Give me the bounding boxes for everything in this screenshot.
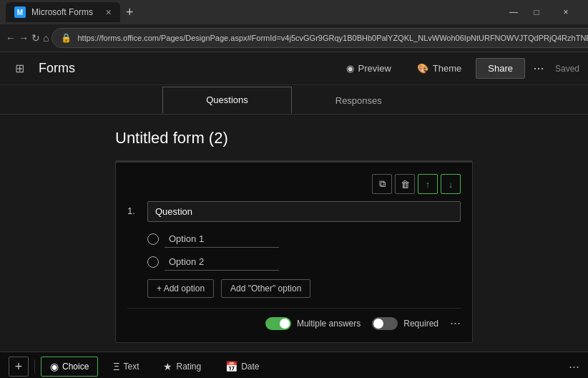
choice-label: Choice (62, 362, 89, 372)
form-title: Untitled form (2) (115, 129, 473, 147)
tab-minimize-button[interactable]: — (504, 2, 524, 22)
add-options-row: + Add option Add "Other" option (147, 279, 461, 298)
text-label: Text (123, 362, 139, 372)
tab-controls: — □ × (504, 2, 582, 22)
choice-icon: ◉ (50, 361, 59, 372)
app-grid-icon[interactable]: ⊞ (9, 58, 30, 79)
card-footer: Multiple answers Required ··· (127, 308, 461, 331)
saved-status: Saved (555, 64, 579, 74)
refresh-button[interactable]: ↻ (31, 28, 40, 48)
move-up-button[interactable]: ↑ (418, 174, 438, 194)
theme-button[interactable]: 🎨 Theme (406, 59, 473, 78)
secure-icon: 🔒 (61, 33, 72, 43)
url-bar[interactable]: 🔒 https://forms.office.com/Pages/DesignP… (52, 28, 588, 48)
multiple-answers-toggle[interactable] (265, 317, 291, 330)
question-number: 1. (127, 201, 140, 216)
delete-button[interactable]: 🗑 (395, 174, 415, 194)
new-tab-button[interactable]: + (120, 5, 139, 20)
content-area: Questions Responses Untitled form (2) ⧉ … (0, 85, 588, 378)
tab-favicon: M (14, 6, 26, 18)
radio-option-2[interactable] (147, 256, 159, 268)
theme-icon: 🎨 (417, 63, 428, 74)
tab-responses[interactable]: Responses (292, 87, 426, 113)
option-row-1 (147, 231, 461, 248)
date-label: Date (241, 362, 259, 372)
required-toggle[interactable] (372, 317, 398, 330)
footer-more-button[interactable]: ··· (450, 316, 461, 331)
type-more-button[interactable]: ··· (569, 359, 579, 374)
tab-questions[interactable]: Questions (162, 87, 292, 114)
date-icon: 📅 (225, 361, 237, 372)
add-question-button[interactable]: + (9, 357, 29, 377)
back-button[interactable]: ← (6, 28, 16, 48)
tab-maximize-button[interactable]: □ (526, 2, 547, 22)
tab-close-window-button[interactable]: × (549, 2, 582, 22)
share-label: Share (488, 63, 513, 74)
preview-icon: ◉ (346, 63, 354, 74)
rating-icon: ★ (163, 361, 172, 372)
tab-bar: M Microsoft Forms × + — □ × (0, 0, 588, 24)
nav-bar: ← → ↻ ⌂ 🔒 https://forms.office.com/Pages… (0, 24, 588, 52)
type-date-button[interactable]: 📅 Date (216, 357, 268, 377)
type-rating-button[interactable]: ★ Rating (154, 357, 210, 377)
preview-button[interactable]: ◉ Preview (335, 59, 403, 78)
home-button[interactable]: ⌂ (43, 28, 49, 48)
question-row: 1. (127, 201, 461, 222)
multiple-answers-toggle-group: Multiple answers (265, 317, 361, 330)
more-button[interactable]: ··· (528, 58, 549, 79)
add-other-option-button[interactable]: Add "Other" option (221, 279, 310, 298)
url-text: https://forms.office.com/Pages/DesignPag… (77, 34, 588, 42)
required-toggle-group: Required (372, 317, 438, 330)
form-title-area: Untitled form (2) (115, 115, 473, 155)
app-header: ⊞ Forms ◉ Preview 🎨 Theme Share ··· Save… (0, 52, 588, 85)
main-tabs: Questions Responses (0, 87, 588, 115)
copy-button[interactable]: ⧉ (372, 174, 392, 194)
options-area (147, 231, 461, 271)
browser-chrome: M Microsoft Forms × + — □ × ← → ↻ ⌂ 🔒 ht… (0, 0, 588, 52)
toggle-knob-multiple (280, 319, 290, 329)
app-name: Forms (39, 61, 75, 76)
tab-title: Microsoft Forms (31, 7, 93, 17)
multiple-answers-label: Multiple answers (297, 319, 361, 329)
question-input[interactable] (147, 201, 461, 222)
required-label: Required (403, 319, 438, 329)
preview-label: Preview (358, 63, 391, 74)
theme-label: Theme (433, 63, 461, 74)
header-actions: ◉ Preview 🎨 Theme Share ··· (335, 58, 549, 79)
radio-option-1[interactable] (147, 233, 159, 245)
option-row-2 (147, 253, 461, 271)
card-toolbar: ⧉ 🗑 ↑ ↓ (127, 174, 461, 194)
browser-tab[interactable]: M Microsoft Forms × (6, 2, 120, 22)
type-text-button[interactable]: Ξ Text (104, 357, 148, 377)
share-button[interactable]: Share (476, 58, 525, 79)
toggle-knob-required (373, 319, 383, 329)
tab-close-icon[interactable]: × (106, 6, 112, 18)
text-icon: Ξ (113, 361, 119, 372)
bottom-bar: + ◉ Choice Ξ Text ★ Rating 📅 Date ··· (0, 352, 588, 378)
type-choice-button[interactable]: ◉ Choice (41, 357, 98, 377)
option-1-input[interactable] (165, 231, 279, 248)
forward-button[interactable]: → (19, 28, 29, 48)
option-2-input[interactable] (165, 253, 279, 271)
divider (34, 359, 35, 374)
rating-label: Rating (176, 362, 201, 372)
add-option-button[interactable]: + Add option (147, 279, 214, 298)
move-down-button[interactable]: ↓ (441, 174, 461, 194)
question-card: ⧉ 🗑 ↑ ↓ 1. + Add option Add "Other" opti… (115, 160, 473, 343)
